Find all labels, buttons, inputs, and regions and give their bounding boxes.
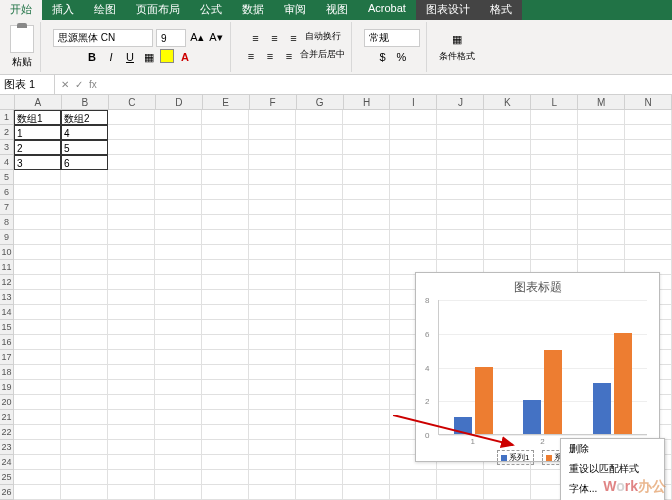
- cell[interactable]: [249, 305, 296, 320]
- tab-layout[interactable]: 页面布局: [126, 0, 190, 20]
- cell[interactable]: [108, 365, 155, 380]
- row-head[interactable]: 20: [0, 395, 14, 410]
- row-head[interactable]: 1: [0, 110, 14, 125]
- cell[interactable]: [202, 245, 249, 260]
- cell[interactable]: [484, 485, 531, 500]
- wrap-text-button[interactable]: 自动换行: [305, 30, 341, 46]
- cell[interactable]: [578, 230, 625, 245]
- cell[interactable]: [108, 305, 155, 320]
- cell[interactable]: [484, 470, 531, 485]
- cell[interactable]: [437, 155, 484, 170]
- row-head[interactable]: 24: [0, 455, 14, 470]
- chart-bar[interactable]: [593, 383, 611, 434]
- tab-insert[interactable]: 插入: [42, 0, 84, 20]
- cell[interactable]: [343, 185, 390, 200]
- cell[interactable]: [14, 320, 61, 335]
- row-head[interactable]: 15: [0, 320, 14, 335]
- fill-color-button[interactable]: [160, 49, 174, 63]
- cell[interactable]: [108, 140, 155, 155]
- cell[interactable]: [296, 140, 343, 155]
- cell[interactable]: [296, 305, 343, 320]
- cell[interactable]: [155, 230, 202, 245]
- cell[interactable]: [390, 110, 437, 125]
- row-head[interactable]: 13: [0, 290, 14, 305]
- cell[interactable]: [484, 245, 531, 260]
- cell[interactable]: [296, 425, 343, 440]
- cell[interactable]: [61, 440, 108, 455]
- cell[interactable]: [296, 260, 343, 275]
- cell[interactable]: [249, 380, 296, 395]
- row-head[interactable]: 3: [0, 140, 14, 155]
- cell[interactable]: [155, 185, 202, 200]
- cell[interactable]: [437, 200, 484, 215]
- col-head[interactable]: G: [297, 95, 344, 110]
- row-head[interactable]: 19: [0, 380, 14, 395]
- cell[interactable]: [155, 320, 202, 335]
- cell[interactable]: [249, 215, 296, 230]
- chart-plot-area[interactable]: 02468: [438, 300, 647, 435]
- chart-bar[interactable]: [614, 333, 632, 434]
- cell[interactable]: [578, 170, 625, 185]
- cell[interactable]: [155, 350, 202, 365]
- row-head[interactable]: 22: [0, 425, 14, 440]
- bold-button[interactable]: B: [84, 49, 100, 65]
- cell[interactable]: [625, 185, 672, 200]
- align-mid-icon[interactable]: ≡: [267, 30, 283, 46]
- cell[interactable]: [108, 290, 155, 305]
- cell[interactable]: [484, 125, 531, 140]
- row-head[interactable]: 26: [0, 485, 14, 500]
- cell[interactable]: [249, 455, 296, 470]
- cell[interactable]: [155, 275, 202, 290]
- enter-icon[interactable]: ✓: [75, 79, 83, 90]
- tab-acrobat[interactable]: Acrobat: [358, 0, 416, 20]
- cell[interactable]: [155, 125, 202, 140]
- cell[interactable]: [343, 470, 390, 485]
- cell[interactable]: [578, 110, 625, 125]
- chart-bar[interactable]: [523, 400, 541, 434]
- cell[interactable]: [578, 185, 625, 200]
- cell[interactable]: 5: [61, 140, 108, 155]
- cell[interactable]: [343, 275, 390, 290]
- col-head[interactable]: E: [203, 95, 250, 110]
- cell[interactable]: [108, 245, 155, 260]
- tab-chart-design[interactable]: 图表设计: [416, 0, 480, 20]
- col-head[interactable]: D: [156, 95, 203, 110]
- cell[interactable]: [14, 440, 61, 455]
- cell[interactable]: [531, 170, 578, 185]
- cell[interactable]: [14, 215, 61, 230]
- cell[interactable]: [343, 230, 390, 245]
- cell[interactable]: [108, 485, 155, 500]
- cell[interactable]: [155, 110, 202, 125]
- font-size-select[interactable]: 9: [156, 29, 186, 47]
- cell[interactable]: [625, 125, 672, 140]
- cell[interactable]: [108, 185, 155, 200]
- cell[interactable]: [202, 485, 249, 500]
- cell[interactable]: [108, 110, 155, 125]
- cell[interactable]: [155, 290, 202, 305]
- cell[interactable]: [296, 110, 343, 125]
- col-head[interactable]: A: [15, 95, 62, 110]
- col-head[interactable]: C: [109, 95, 156, 110]
- cell[interactable]: [484, 110, 531, 125]
- cell[interactable]: [14, 470, 61, 485]
- cell[interactable]: [108, 425, 155, 440]
- cell[interactable]: [625, 155, 672, 170]
- cell[interactable]: [249, 350, 296, 365]
- cell[interactable]: [61, 410, 108, 425]
- cell[interactable]: [625, 110, 672, 125]
- cell[interactable]: [108, 275, 155, 290]
- cell[interactable]: [202, 155, 249, 170]
- cell[interactable]: [202, 410, 249, 425]
- cell[interactable]: 数组1: [14, 110, 61, 125]
- cell[interactable]: [343, 170, 390, 185]
- number-format-select[interactable]: 常规: [364, 29, 420, 47]
- chart-title[interactable]: 图表标题: [416, 273, 659, 300]
- cell[interactable]: [437, 140, 484, 155]
- cell[interactable]: [108, 125, 155, 140]
- underline-button[interactable]: U: [122, 49, 138, 65]
- cell[interactable]: [202, 170, 249, 185]
- cell[interactable]: [296, 245, 343, 260]
- cell[interactable]: [249, 140, 296, 155]
- cell[interactable]: [296, 365, 343, 380]
- border-button[interactable]: ▦: [141, 49, 157, 65]
